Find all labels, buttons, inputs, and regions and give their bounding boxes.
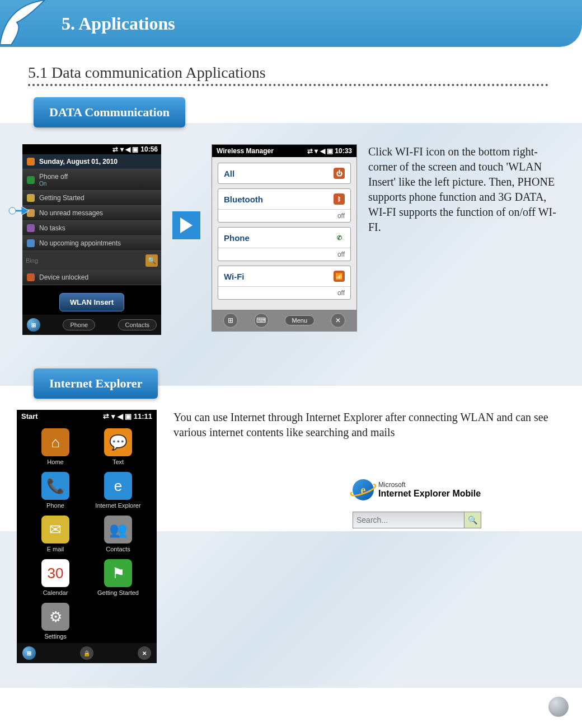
app-label: Text — [112, 458, 124, 465]
app-icon: ⚙ — [41, 603, 69, 631]
bing-search[interactable]: 🔍 — [22, 251, 161, 270]
screenshot-wireless-manager: Wireless Manager ⇄ ▾ ◀ ▣ 10:33 All⏻ Blue… — [212, 144, 357, 332]
unlock-icon — [27, 273, 35, 281]
app-icon: e — [104, 472, 132, 500]
today-date: Sunday, August 01, 2010 — [22, 154, 161, 169]
softkey-contacts[interactable]: Contacts — [118, 319, 157, 330]
arrow-right-icon — [172, 211, 200, 239]
task-icon — [27, 224, 35, 232]
ie-brand-text: Microsoft Internet Explorer Mobile — [378, 481, 481, 499]
search-icon[interactable]: 🔍 — [464, 512, 481, 528]
ie-search-bar[interactable]: 🔍 — [353, 512, 481, 528]
app-tile[interactable] — [90, 603, 147, 640]
subsection-pill-data-comm: DATA Communication — [34, 97, 185, 127]
wm-all-row[interactable]: All⏻ — [218, 163, 351, 184]
instruction-text: Click WI-FI icon on the bottom right-cor… — [368, 144, 558, 235]
app-icon: 📞 — [41, 472, 69, 500]
bing-input[interactable] — [26, 257, 146, 264]
wlan-insert-button[interactable]: WLAN Insert — [59, 293, 124, 311]
pointing-hand-icon — [8, 198, 30, 221]
list-item: No upcoming appointments — [22, 236, 161, 251]
close-icon[interactable]: ✕ — [138, 646, 151, 660]
signal-icon: ⇄ ▾ ◀ ▣ — [307, 147, 333, 155]
app-icon: ⌂ — [41, 428, 69, 456]
keyboard-icon[interactable]: ⌨ — [254, 313, 269, 328]
wm-state: off — [218, 209, 350, 222]
soft-key-bar: ⊞ Phone Contacts — [22, 315, 161, 335]
start-title-bar: Start ⇄ ▾ ◀ ▣ 11:11 — [17, 410, 157, 423]
search-icon[interactable]: 🔍 — [146, 254, 158, 267]
app-tile[interactable]: 30Calendar — [27, 559, 84, 596]
wm-state: off — [218, 286, 350, 299]
lock-icon[interactable]: 🔒 — [80, 646, 93, 660]
wm-title-bar: Wireless Manager ⇄ ▾ ◀ ▣ 10:33 — [212, 145, 356, 157]
screenshot-ie-mobile: e Microsoft Internet Explorer Mobile 🔍 — [353, 479, 515, 528]
wm-wifi-row[interactable]: Wi-Fi📶 off — [218, 266, 351, 300]
appt-icon — [27, 239, 35, 247]
subsection-pill-ie: Internet Explorer — [34, 368, 158, 399]
app-tile[interactable]: eInternet Explorer — [90, 472, 147, 509]
app-tile[interactable]: ✉E mail — [27, 516, 84, 552]
app-label: Settings — [44, 633, 67, 640]
ie-search-input[interactable] — [353, 512, 464, 528]
app-icon — [104, 603, 132, 631]
globe-icon — [548, 697, 569, 717]
start-soft-bar: ⊞ 🔒 ✕ — [17, 643, 157, 663]
windows-start-icon[interactable]: ⊞ — [223, 313, 238, 328]
brand-logo-icon — [0, 0, 50, 50]
app-tile[interactable]: 👥Contacts — [90, 516, 147, 552]
app-tile[interactable]: 📞Phone — [27, 472, 84, 509]
app-tile[interactable]: ⚙Settings — [27, 603, 84, 640]
divider-dots — [28, 84, 548, 86]
screenshot-start-menu: Start ⇄ ▾ ◀ ▣ 11:11 ⌂Home💬Text📞PhoneeInt… — [17, 410, 157, 663]
app-icon: 👥 — [104, 516, 132, 543]
chapter-header: 5. Applications — [0, 0, 582, 47]
signal-icon: ⇄ ▾ ◀ ▣ — [112, 145, 138, 153]
signal-icon: ⇄ ▾ ◀ ▣ — [103, 412, 132, 420]
phone-status: Phone off On — [22, 169, 161, 191]
phone-icon — [27, 176, 35, 184]
app-label: Home — [47, 458, 63, 465]
close-icon[interactable]: ✕ — [331, 313, 345, 328]
app-label: Calendar — [43, 589, 68, 596]
screenshot-home-today: ⇄ ▾ ◀ ▣ 10:56 Sunday, August 01, 2010 Ph… — [22, 144, 161, 335]
power-icon: ⏻ — [334, 168, 345, 179]
app-icon: ✉ — [41, 516, 69, 543]
app-label: Phone — [46, 502, 64, 509]
calendar-icon — [27, 158, 35, 166]
app-label: E mail — [47, 546, 64, 552]
phone-icon: ✆ — [334, 232, 345, 243]
wm-state: off — [218, 248, 350, 261]
app-label: Getting Started — [97, 589, 139, 596]
clock: 11:11 — [134, 412, 152, 420]
chapter-title: 5. Applications — [62, 13, 175, 34]
svg-point-0 — [9, 207, 16, 214]
clock: 10:56 — [140, 145, 158, 153]
status-bar: ⇄ ▾ ◀ ▣ 10:56 — [22, 144, 161, 154]
windows-start-icon[interactable]: ⊞ — [27, 318, 40, 332]
bluetooth-icon: ᛒ — [334, 193, 345, 205]
instruction-text: You can use Internet through Internet Ex… — [173, 410, 565, 440]
menu-button[interactable]: Menu — [285, 315, 315, 325]
ie-logo-icon: e — [353, 479, 374, 500]
windows-start-icon[interactable]: ⊞ — [22, 646, 36, 660]
list-item: No tasks — [22, 221, 161, 236]
app-label: Contacts — [106, 546, 130, 552]
list-item: Getting Started — [22, 191, 161, 206]
clock: 10:33 — [335, 147, 352, 155]
app-icon: ⚑ — [104, 559, 132, 587]
wm-phone-row[interactable]: Phone✆ off — [218, 227, 351, 261]
app-tile[interactable]: ⚑Getting Started — [90, 559, 147, 596]
wifi-icon: 📶 — [334, 271, 345, 282]
section-title: 5.1 Data communication Applications — [28, 64, 582, 82]
device-unlocked: Device unlocked — [22, 270, 161, 285]
app-tile[interactable]: 💬Text — [90, 428, 147, 465]
app-tile[interactable]: ⌂Home — [27, 428, 84, 465]
app-icon: 💬 — [104, 428, 132, 456]
wm-bluetooth-row[interactable]: Bluetoothᛒ off — [218, 188, 351, 223]
app-icon: 30 — [41, 559, 69, 587]
app-label: Internet Explorer — [95, 502, 140, 509]
wm-soft-bar: ⊞ ⌨ Menu ✕ — [212, 310, 356, 331]
softkey-phone[interactable]: Phone — [63, 319, 95, 330]
list-item: No unread messages — [22, 206, 161, 221]
